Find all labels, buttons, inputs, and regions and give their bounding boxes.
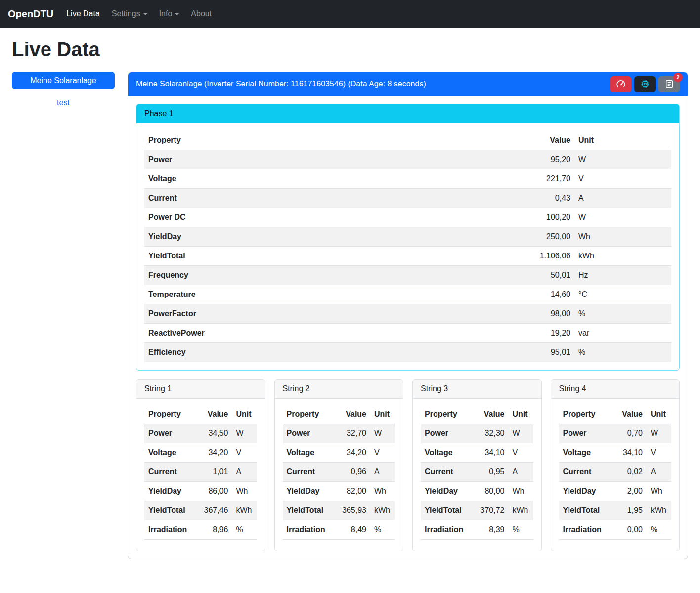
string-card-3: String 3 Property Value Unit Power 32,30… xyxy=(412,379,542,551)
row-property: Voltage xyxy=(144,443,197,463)
nav-item-live-data[interactable]: Live Data xyxy=(62,5,104,22)
phase-table: Property Value Unit Power 95,20 W Voltag… xyxy=(144,131,671,362)
row-property: Irradiation xyxy=(559,520,612,540)
column-header-value: Value xyxy=(473,405,509,424)
row-property: YieldDay xyxy=(421,482,473,501)
inverter-panel-title: Meine Solaranlage (Inverter Serial Numbe… xyxy=(136,80,426,88)
row-unit: kWh xyxy=(574,247,671,266)
row-value: 0,00 xyxy=(611,520,647,540)
row-unit: W xyxy=(647,424,671,443)
row-value: 250,00 xyxy=(515,227,574,247)
row-unit: Wh xyxy=(509,482,533,501)
row-property: Current xyxy=(144,189,515,208)
string-card-title: String 2 xyxy=(283,384,310,393)
table-row: ReactivePower 19,20 var xyxy=(144,324,671,343)
row-property: Efficiency xyxy=(144,343,515,362)
row-property: Temperature xyxy=(144,285,515,304)
eventlog-button[interactable]: 2 xyxy=(658,76,680,92)
table-row: YieldTotal 365,93 kWh xyxy=(283,501,395,520)
nav-item-settings[interactable]: Settings xyxy=(108,5,151,22)
row-property: Irradiation xyxy=(421,520,473,540)
row-value: 8,39 xyxy=(473,520,509,540)
row-unit: A xyxy=(574,189,671,208)
row-value: 1,95 xyxy=(611,501,647,520)
row-unit: W xyxy=(574,208,671,227)
table-row: Power 32,70 W xyxy=(283,424,395,443)
row-unit: V xyxy=(232,443,257,463)
row-unit: kWh xyxy=(509,501,533,520)
row-unit: % xyxy=(232,520,257,540)
row-value: 0,95 xyxy=(473,463,509,482)
row-property: YieldTotal xyxy=(421,501,473,520)
row-value: 95,20 xyxy=(515,150,574,169)
string-card-1: String 1 Property Value Unit Power 34,50… xyxy=(136,379,265,551)
table-header-row: Property Value Unit xyxy=(283,405,395,424)
inverter-button-test[interactable]: test xyxy=(12,98,115,107)
row-value: 221,70 xyxy=(515,169,574,189)
sidebar: Meine Solaranlage test xyxy=(12,72,115,107)
row-unit: % xyxy=(647,520,671,540)
phase-card-body: Property Value Unit Power 95,20 W Voltag… xyxy=(136,123,679,370)
string-card-header: String 2 xyxy=(275,380,403,399)
row-unit: V xyxy=(370,443,395,463)
table-row: Frequency 50,01 Hz xyxy=(144,266,671,285)
panel-body: Phase 1 Property Value Unit Power 95,20 … xyxy=(128,96,688,559)
string-card-body: Property Value Unit Power 0,70 W Voltage… xyxy=(551,399,680,551)
table-header-row: Property Value Unit xyxy=(421,405,533,424)
row-property: Power DC xyxy=(144,208,515,227)
table-row: Irradiation 0,00 % xyxy=(559,520,672,540)
table-header-row: Property Value Unit xyxy=(144,405,257,424)
row-property: YieldDay xyxy=(283,482,335,501)
row-value: 0,43 xyxy=(515,189,574,208)
row-property: YieldTotal xyxy=(144,501,197,520)
row-property: Current xyxy=(144,463,197,482)
navbar-brand[interactable]: OpenDTU xyxy=(8,8,53,20)
row-value: 14,60 xyxy=(515,285,574,304)
row-property: Voltage xyxy=(421,443,473,463)
string-card-header: String 1 xyxy=(136,380,265,399)
row-value: 32,30 xyxy=(473,424,509,443)
table-row: Voltage 34,10 V xyxy=(559,443,672,463)
row-value: 34,20 xyxy=(197,443,232,463)
column-header-unit: Unit xyxy=(232,405,257,424)
table-row: Voltage 34,20 V xyxy=(144,443,257,463)
row-property: Power xyxy=(283,424,335,443)
row-unit: V xyxy=(647,443,671,463)
table-row: YieldDay 86,00 Wh xyxy=(144,482,257,501)
row-unit: W xyxy=(574,150,671,169)
row-property: Power xyxy=(421,424,473,443)
table-row: YieldDay 2,00 Wh xyxy=(559,482,672,501)
column-header-value: Value xyxy=(335,405,370,424)
inverter-button-meine-solaranlage[interactable]: Meine Solaranlage xyxy=(12,72,115,89)
row-unit: V xyxy=(509,443,533,463)
row-value: 50,01 xyxy=(515,266,574,285)
row-value: 8,49 xyxy=(335,520,370,540)
table-row: Power 32,30 W xyxy=(421,424,533,443)
inverter-info-button[interactable] xyxy=(634,76,656,92)
string-table: Property Value Unit Power 34,50 W Voltag… xyxy=(144,405,257,540)
row-property: YieldDay xyxy=(144,227,515,247)
limit-settings-button[interactable] xyxy=(610,76,631,92)
navbar: OpenDTU Live DataSettingsInfoAbout xyxy=(0,0,700,28)
table-row: Current 0,43 A xyxy=(144,189,671,208)
row-value: 365,93 xyxy=(335,501,370,520)
string-card-body: Property Value Unit Power 34,50 W Voltag… xyxy=(136,399,265,551)
table-row: Power 0,70 W xyxy=(559,424,672,443)
table-row: Voltage 34,10 V xyxy=(421,443,533,463)
row-value: 1.106,06 xyxy=(515,247,574,266)
cpu-icon xyxy=(640,79,650,89)
row-value: 19,20 xyxy=(515,324,574,343)
table-row: Power 34,50 W xyxy=(144,424,257,443)
phase-card-header: Phase 1 xyxy=(136,104,679,123)
nav-item-info[interactable]: Info xyxy=(155,5,183,22)
nav-item-about[interactable]: About xyxy=(187,5,216,22)
string-table: Property Value Unit Power 0,70 W Voltage… xyxy=(559,405,672,540)
column-header-unit: Unit xyxy=(509,405,533,424)
strings-grid: String 1 Property Value Unit Power 34,50… xyxy=(136,379,680,551)
table-row: PowerFactor 98,00 % xyxy=(144,304,671,324)
row-property: Voltage xyxy=(283,443,335,463)
row-property: ReactivePower xyxy=(144,324,515,343)
row-unit: Wh xyxy=(647,482,671,501)
row-value: 34,10 xyxy=(473,443,509,463)
table-row: Power 95,20 W xyxy=(144,150,671,169)
